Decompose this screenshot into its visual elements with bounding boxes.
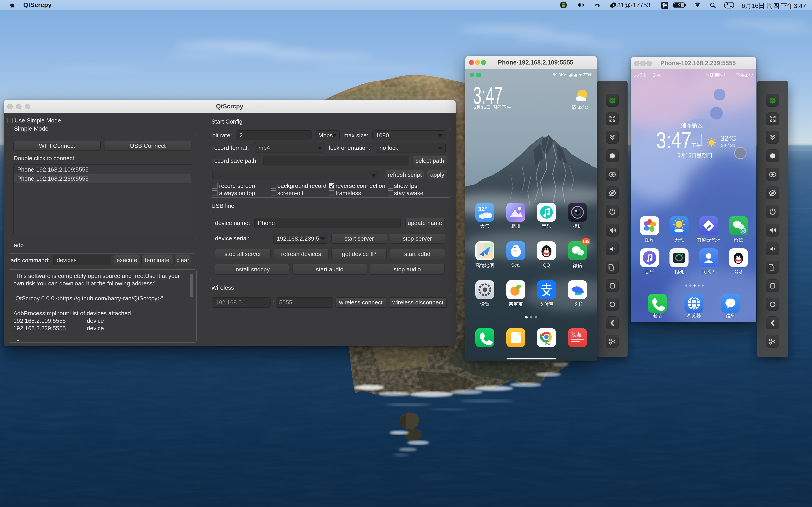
svg-text:Beta: Beta xyxy=(544,342,550,346)
svg-text:%: % xyxy=(720,73,723,77)
svg-text:头条: 头条 xyxy=(571,332,582,338)
svg-text:5: 5 xyxy=(584,74,585,76)
svg-text:32°: 32° xyxy=(478,206,487,212)
